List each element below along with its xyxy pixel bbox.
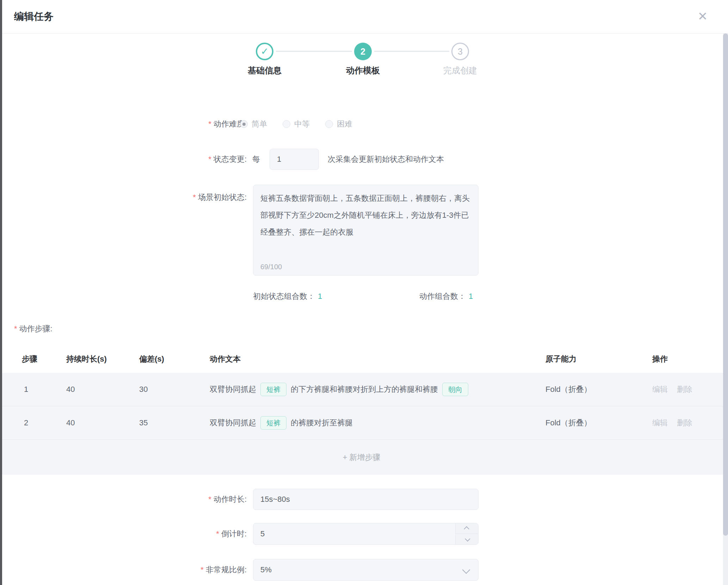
required-mark: * xyxy=(208,155,211,164)
decrease-button[interactable] xyxy=(456,534,478,544)
step-2-label: 动作模板 xyxy=(321,65,405,76)
header-deviation: 偏差(s) xyxy=(139,345,164,373)
cell-step: 2 xyxy=(24,406,28,439)
radio-easy-label: 简单 xyxy=(252,119,267,129)
delete-button[interactable]: 删除 xyxy=(677,384,692,395)
orientation-tag: 朝向 xyxy=(442,383,468,396)
action-steps-label: *动作步骤: xyxy=(14,318,53,339)
table-row: 1 40 30 双臂协同抓起 短裤 的下方裤腿和裤腰对折到上方的裤腿和裤腰 朝向… xyxy=(0,373,723,406)
required-mark: * xyxy=(193,193,196,202)
initial-combo-count: 初始状态组合数：1 xyxy=(253,286,322,307)
radio-medium-circle[interactable] xyxy=(283,120,290,128)
cell-duration: 40 xyxy=(66,373,75,406)
required-mark: * xyxy=(208,119,211,128)
scene-state-text: 短裤五条数据背面朝上，五条数据正面朝上，裤腰朝右，离头部视野下方至少20cm之外… xyxy=(260,194,470,236)
step-3-label: 完成创建 xyxy=(418,65,502,76)
scene-state-label: *场景初始状态: xyxy=(0,185,247,210)
dialog-header: 编辑任务 ✕ xyxy=(2,0,728,33)
object-tag: 短裤 xyxy=(260,416,286,430)
countdown-value: 5 xyxy=(260,529,265,538)
cell-action-text: 双臂协同抓起 短裤 的裤腰对折至裤腿 xyxy=(210,406,353,439)
state-change-row: *状态变更: 每 1 次采集会更新初始状态和动作文本 xyxy=(0,149,728,170)
action-combo-count: 动作组合数：1 xyxy=(419,286,473,307)
step-3-circle: 3 xyxy=(451,43,469,60)
number-stepper xyxy=(455,523,478,544)
state-change-prefix: 每 xyxy=(252,149,260,170)
step-1-circle: ✓ xyxy=(256,43,273,60)
steps-table-header: 步骤 持续时长(s) 偏差(s) 动作文本 原子能力 操作 xyxy=(0,345,723,373)
steps-table-body: 1 40 30 双臂协同抓起 短裤 的下方裤腿和裤腰对折到上方的裤腿和裤腰 朝向… xyxy=(0,373,723,475)
radio-easy[interactable]: 简单 xyxy=(240,119,267,129)
radio-hard-circle[interactable] xyxy=(325,120,333,128)
check-icon: ✓ xyxy=(261,46,269,57)
required-mark: * xyxy=(216,529,219,538)
header-step: 步骤 xyxy=(22,345,37,373)
table-row: 2 40 35 双臂协同抓起 短裤 的裤腰对折至裤腿 Fold（折叠） 编辑 删… xyxy=(0,406,723,440)
state-change-input[interactable]: 1 xyxy=(270,149,319,170)
scrollbar-thumb[interactable] xyxy=(723,33,728,536)
combo-counts-row: 初始状态组合数：1 动作组合数：1 xyxy=(0,286,728,307)
dialog-title: 编辑任务 xyxy=(14,0,54,33)
cell-step: 1 xyxy=(24,373,28,406)
unusual-ratio-select[interactable]: 5% xyxy=(253,559,479,581)
cell-deviation: 30 xyxy=(139,373,148,406)
edit-task-dialog: 编辑任务 ✕ ✓ 2 3 基础信息 动作模板 完成创建 *动作难度: 简单 中等 xyxy=(0,0,728,585)
step-2-circle: 2 xyxy=(354,43,372,60)
initial-combo-value: 1 xyxy=(318,292,322,301)
scene-state-textarea[interactable]: 短裤五条数据背面朝上，五条数据正面朝上，裤腰朝右，离头部视野下方至少20cm之外… xyxy=(253,185,479,276)
required-mark: * xyxy=(200,565,204,574)
increase-button[interactable] xyxy=(456,523,478,534)
countdown-input[interactable]: 5 xyxy=(253,523,479,545)
radio-medium[interactable]: 中等 xyxy=(283,119,310,129)
header-ability: 原子能力 xyxy=(545,345,576,373)
difficulty-radio-group: 简单 中等 困难 xyxy=(240,113,352,135)
difficulty-row: *动作难度: 简单 中等 困难 xyxy=(0,113,728,135)
unusual-ratio-label: *非常规比例: xyxy=(0,559,247,581)
edit-button[interactable]: 编辑 xyxy=(652,384,668,395)
duration-label: *动作时长: xyxy=(0,489,247,510)
cell-operations: 编辑 删除 xyxy=(652,406,692,439)
page-edge-strip xyxy=(0,0,2,585)
cell-ability: Fold（折叠） xyxy=(545,406,592,439)
radio-easy-circle[interactable] xyxy=(240,120,248,128)
state-change-label: *状态变更: xyxy=(0,149,247,170)
step-connector-1 xyxy=(276,51,352,52)
cell-ability: Fold（折叠） xyxy=(545,373,592,406)
duration-input[interactable]: 15s~80s xyxy=(253,489,479,510)
countdown-label: *倒计时: xyxy=(0,523,247,545)
cell-duration: 40 xyxy=(66,406,75,439)
char-counter: 69/100 xyxy=(260,263,282,271)
add-step-button[interactable]: + 新增步骤 xyxy=(0,440,723,475)
step-2-number: 2 xyxy=(360,47,365,57)
chevron-down-icon xyxy=(462,566,470,574)
cell-operations: 编辑 删除 xyxy=(652,373,692,406)
chevron-down-icon xyxy=(465,536,470,542)
header-action-text: 动作文本 xyxy=(210,345,241,373)
step-3-number: 3 xyxy=(458,47,463,57)
step-connector-2 xyxy=(374,51,449,52)
radio-hard[interactable]: 困难 xyxy=(325,119,352,129)
action-combo-value: 1 xyxy=(469,292,473,301)
cell-action-text: 双臂协同抓起 短裤 的下方裤腿和裤腰对折到上方的裤腿和裤腰 朝向 xyxy=(210,373,468,406)
edit-button[interactable]: 编辑 xyxy=(652,418,668,428)
radio-medium-label: 中等 xyxy=(294,119,310,129)
required-mark: * xyxy=(14,324,17,333)
radio-dot xyxy=(242,123,246,126)
object-tag: 短裤 xyxy=(260,383,286,396)
close-icon[interactable]: ✕ xyxy=(695,8,710,24)
cell-deviation: 35 xyxy=(139,406,148,439)
unusual-ratio-value: 5% xyxy=(260,565,272,574)
state-change-suffix: 次采集会更新初始状态和动作文本 xyxy=(328,149,444,170)
required-mark: * xyxy=(208,495,211,504)
header-duration: 持续时长(s) xyxy=(66,345,107,373)
delete-button[interactable]: 删除 xyxy=(677,418,692,428)
header-operations: 操作 xyxy=(652,345,668,373)
chevron-up-icon xyxy=(464,526,469,532)
step-1-label: 基础信息 xyxy=(222,65,307,76)
difficulty-label: *动作难度: xyxy=(0,113,247,135)
radio-hard-label: 困难 xyxy=(337,119,352,129)
